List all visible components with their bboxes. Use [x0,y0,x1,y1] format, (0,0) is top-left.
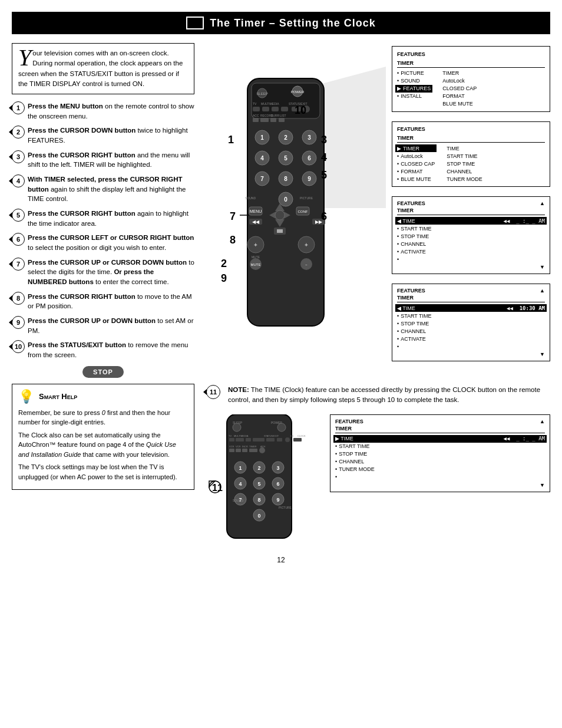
step-2: 2 Press the CURSOR DOWN button twice to … [12,126,194,145]
right-content: SLEEP POWER TV MULTIMEDIA STATUS/EXIT [203,43,550,544]
svg-text:CC: CC [290,434,294,437]
svg-text:2: 2 [284,134,287,141]
svg-text:1: 1 [260,134,264,141]
svg-text:6: 6 [276,481,279,487]
smart-help-title-row: 💡 Smart Help [18,389,188,404]
svg-text:INCR: INCR [242,445,248,448]
step-num-5: 5 [12,209,25,222]
m2-stoptime: STOP TIME [447,160,482,167]
svg-text:PICTURE: PICTURE [279,506,292,509]
m1-picture: • PICTURE [397,70,431,77]
svg-text:MUTE: MUTE [251,263,261,266]
svg-rect-111 [242,449,247,452]
step-10: 10 Press the STATUS/EXIT button to remov… [12,340,194,360]
svg-text:VCR: VCR [236,445,241,448]
remote-svg: SLEEP POWER TV MULTIMEDIA STATUS/EXIT [203,43,386,379]
smart-help-box: 💡 Smart Help Remember, be sure to press … [12,384,194,490]
svg-rect-13 [281,107,288,111]
stop-button-area: STOP [12,366,194,378]
smart-help-p1: Remember, be sure to press 0 first and t… [18,408,188,427]
svg-text:LIST: LIST [280,114,286,117]
menu2-sub: TIMER [397,134,545,143]
step-text-6: Press the CURSOR LEFT or CURSOR RIGHT bu… [28,233,194,252]
page-title: The Timer – Setting the Clock [210,17,376,29]
m5-tunermode: • TUNER MODE [335,466,545,473]
page-number: 12 [12,556,550,564]
step-8: 8 Press the CURSOR RIGHT button to move … [12,292,194,311]
svg-rect-96 [229,438,234,442]
menu3-downmark: ▼ [397,264,545,270]
step-3: 3 Press the CURSOR RIGHT button and the … [12,150,194,170]
m5-time: ▶ TIME ◀◀ _ :_ _ AM [333,435,547,443]
note-text: NOTE: The TIME (Clock) feature can be ac… [228,385,547,406]
step-text-7: Press the CURSOR UP or CURSOR DOWN butto… [28,258,194,287]
svg-text:TV: TV [229,434,232,437]
m2-starttime: START TIME [447,152,482,160]
m1-autolock: AutoLock [442,77,477,85]
svg-text:9: 9 [221,272,227,284]
svg-rect-23 [279,118,285,122]
intro-box: Y our television comes with an on-screen… [12,43,194,94]
step-num-7: 7 [12,258,25,271]
m4-starttime: • START TIME [397,312,545,319]
svg-point-90 [277,423,286,431]
step-num-10: 10 [12,340,25,353]
step-num-3: 3 [12,150,25,163]
menu1-timer-sub: TIMER [397,59,545,68]
stop-label: STOP [82,366,124,378]
m1-sound: • SOUND [397,77,431,85]
step-9: 9 Press the CURSOR UP or DOWN button to … [12,316,194,335]
bottom-section: SLEEP POWER TV MULTIMEDIA STATUS/EXIT CC… [203,414,550,544]
svg-rect-101 [277,438,282,442]
svg-text:3: 3 [308,134,311,141]
svg-point-52 [275,210,285,220]
m2-channel: CHANNEL [447,167,482,175]
step-4: 4 With TIMER selected, press the CURSOR … [12,174,194,204]
page: The Timer – Setting the Clock Y our tele… [0,0,562,728]
svg-text:PICTURE: PICTURE [300,196,313,200]
svg-rect-21 [260,118,269,122]
svg-text:POWER: POWER [291,90,305,94]
svg-text:TIMER: TIMER [249,445,257,448]
m1-timer: TIMER [442,70,477,77]
svg-text:7: 7 [230,210,236,222]
step-num-1: 1 [12,101,25,114]
menu5-sub: TIMER [335,426,545,433]
svg-text:10: 10 [295,104,306,116]
step-text-5: Press the CURSOR RIGHT button again to h… [28,209,194,228]
main-content: Y our television comes with an on-screen… [12,43,550,544]
svg-text:5: 5 [257,481,260,487]
m3-stoptime: • STOP TIME [397,232,545,240]
m5-channel: • CHANNEL [335,458,545,466]
m3-blank: • [397,255,545,263]
note-num-11: 11 [206,385,220,399]
svg-rect-22 [270,118,276,122]
svg-rect-97 [236,438,244,442]
svg-text:8: 8 [230,234,236,246]
svg-text:6: 6 [321,210,327,222]
svg-rect-98 [246,438,251,442]
m4-activate: • ACTIVATE [397,335,545,342]
svg-rect-112 [249,449,257,452]
svg-text:+: + [254,242,257,248]
svg-text:STATUS/EXIT: STATUS/EXIT [264,434,279,437]
svg-text:4: 4 [239,481,242,487]
m5-blank: • [335,473,545,481]
svg-point-113 [259,447,265,453]
lightbulb-icon: 💡 [18,389,34,404]
step-text-3: Press the CURSOR RIGHT button and the me… [28,150,194,170]
menu3-sub: TIMER [397,207,545,215]
step-text-9: Press the CURSOR UP or DOWN button to se… [28,316,194,335]
svg-text:9: 9 [276,497,279,503]
menu4-upmark: ▲ [540,288,545,294]
svg-text:2: 2 [221,258,227,269]
screen-menu-3: FEATURES ▲ TIMER ◀ TIME ◀◀ _ :_ _ AM • S… [392,196,550,274]
svg-text:MENU: MENU [250,209,262,213]
menu4-title: FEATURES [397,288,425,294]
step-num-2: 2 [12,126,25,139]
svg-text:CLOCK: CLOCK [297,434,306,437]
bottom-remote-illustration: SLEEP POWER TV MULTIMEDIA STATUS/EXIT CC… [203,414,321,544]
menu5-title: FEATURES [335,419,363,424]
svg-rect-20 [253,118,259,122]
m2-format: • FORMAT [397,167,435,175]
